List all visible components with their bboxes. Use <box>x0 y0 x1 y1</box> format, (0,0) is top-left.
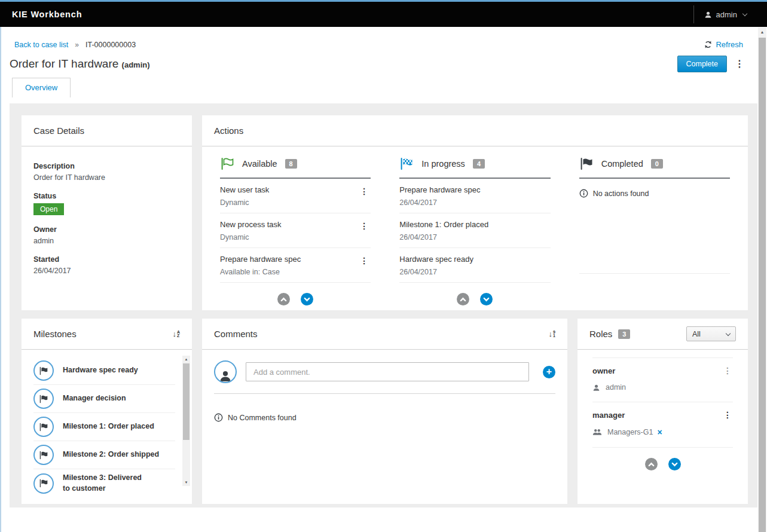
action-item: Hardware spec ready 26/04/2017 <box>399 248 550 283</box>
scrollbar-thumb[interactable] <box>183 363 190 440</box>
overview-content: Case Details Description Order for IT ha… <box>10 103 757 507</box>
roles-title: Roles <box>589 329 612 339</box>
app-logo: KIE Workbench <box>12 10 82 19</box>
page-up-button[interactable] <box>645 458 658 470</box>
roles-filter-value: All <box>692 330 701 338</box>
milestone-flag-icon <box>33 445 54 465</box>
milestone-item: Hardware spec ready <box>33 357 175 385</box>
milestone-flag-icon <box>33 417 54 437</box>
description-label: Description <box>33 162 180 170</box>
navbar: KIE Workbench admin <box>0 2 767 27</box>
available-label: Available <box>242 159 277 169</box>
case-details-panel: Case Details Description Order for IT ha… <box>22 115 192 310</box>
milestone-item: Milestone 1: Order placed <box>33 413 175 441</box>
group-icon <box>592 429 602 436</box>
chevron-down-icon <box>726 331 731 335</box>
comments-panel: Comments ↓ 91 + No Comments found <box>202 319 567 504</box>
breadcrumb-current-case: IT-0000000003 <box>85 41 136 49</box>
role-kebab-icon[interactable]: ⋮ <box>723 366 732 375</box>
action-item: New user task Dynamic ⋮ <box>220 179 371 213</box>
breadcrumb-row: Back to case list » IT-0000000003 Refres… <box>0 27 767 49</box>
page-down-button[interactable] <box>480 293 493 305</box>
action-kebab-icon[interactable]: ⋮ <box>357 255 371 267</box>
role-kebab-icon[interactable]: ⋮ <box>723 410 732 420</box>
actions-title: Actions <box>214 126 243 136</box>
page-up-button[interactable] <box>277 293 290 305</box>
breadcrumb-separator-icon: » <box>75 41 79 49</box>
comment-input[interactable] <box>246 362 529 381</box>
sort-numeric-icon[interactable]: ↓ 91 <box>549 329 555 338</box>
started-label: Started <box>33 255 180 264</box>
roles-filter-select[interactable]: All <box>686 326 736 341</box>
role-assignee: admin <box>606 383 626 392</box>
actions-panel: Actions Available 8 New user task Dynami… <box>202 115 748 310</box>
user-icon <box>704 11 712 19</box>
in-progress-label: In progress <box>421 159 465 169</box>
tab-overview[interactable]: Overview <box>12 78 71 97</box>
scrollbar-thumb[interactable] <box>759 38 766 532</box>
action-item: Milestone 1: Order placed 26/04/2017 <box>399 213 550 248</box>
action-kebab-icon[interactable]: ⋮ <box>357 185 371 197</box>
user-icon <box>592 384 600 392</box>
chevron-down-icon <box>742 11 747 16</box>
in-progress-column: In progress 4 Prepare hardware spec 26/0… <box>399 157 550 305</box>
flag-solid-icon <box>579 157 594 170</box>
milestone-item: Milestone 3: Delivered to customer <box>33 469 175 497</box>
milestone-item: Manager decision <box>33 385 175 413</box>
action-item: Prepare hardware spec 26/04/2017 <box>399 179 550 213</box>
status-label: Status <box>33 192 180 200</box>
user-silhouette-icon <box>219 369 232 382</box>
case-actions-kebab-icon[interactable]: ⋮ <box>735 59 744 69</box>
page-down-button[interactable] <box>668 458 681 470</box>
roles-count-badge: 3 <box>618 329 630 339</box>
milestone-flag-icon <box>33 360 54 381</box>
action-item: New process task Dynamic ⋮ <box>220 213 371 248</box>
in-progress-count-badge: 4 <box>473 159 485 169</box>
user-menu[interactable]: admin <box>693 5 747 23</box>
milestones-panel: Milestones ↓ AZ Hardware spec ready Mana… <box>22 319 192 504</box>
case-details-title: Case Details <box>33 126 84 136</box>
no-actions-message: No actions found <box>593 189 649 198</box>
refresh-button[interactable]: Refresh <box>704 40 743 49</box>
page-up-button[interactable] <box>457 293 469 305</box>
completed-count-badge: 0 <box>651 159 663 169</box>
available-column: Available 8 New user task Dynamic ⋮ New … <box>220 157 371 305</box>
tab-bar: Overview <box>12 78 767 97</box>
completed-empty-area <box>579 207 730 274</box>
available-count-badge: 8 <box>285 159 297 169</box>
divider <box>592 447 733 448</box>
page-down-button[interactable] <box>301 293 313 305</box>
back-to-case-list-link[interactable]: Back to case list <box>14 41 68 49</box>
info-icon <box>579 189 588 198</box>
user-name: admin <box>716 10 737 19</box>
title-row: Order for IT hardware (admin) Complete ⋮ <box>0 49 767 72</box>
role-name: manager <box>592 411 733 420</box>
scrollbar-up-arrow[interactable]: ▲ <box>182 356 190 363</box>
owner-label: Owner <box>33 225 180 234</box>
roles-panel: Roles 3 All owner ⋮ admin manager ⋮ <box>577 319 748 504</box>
milestone-flag-icon <box>33 389 54 409</box>
case-owner-suffix: (admin) <box>122 60 150 69</box>
action-kebab-icon[interactable]: ⋮ <box>357 220 371 232</box>
flag-checkered-icon <box>399 157 414 170</box>
status-badge: Open <box>33 203 64 215</box>
started-value: 26/04/2017 <box>33 267 180 275</box>
completed-column: Completed 0 No actions found <box>579 157 730 305</box>
completed-label: Completed <box>601 159 643 169</box>
role-assignee: Managers-G1 <box>607 428 653 436</box>
scrollbar-down-arrow[interactable]: ▼ <box>182 479 190 486</box>
avatar <box>214 360 237 383</box>
sort-alpha-icon[interactable]: ↓ AZ <box>172 329 180 338</box>
page-scrollbar[interactable]: ▲ <box>758 27 766 532</box>
milestones-scrollbar[interactable]: ▲ ▼ <box>182 356 190 486</box>
complete-button[interactable]: Complete <box>677 56 728 72</box>
role-name: owner <box>592 366 733 375</box>
action-item: Prepare hardware spec Available in: Case… <box>220 248 371 283</box>
add-comment-button[interactable]: + <box>543 366 555 378</box>
remove-assignee-icon[interactable]: × <box>657 427 662 437</box>
page-title: Order for IT hardware (admin) <box>10 57 150 71</box>
scrollbar-up-arrow[interactable]: ▲ <box>758 27 766 36</box>
flag-outline-icon <box>220 157 234 170</box>
no-comments-message: No Comments found <box>228 414 297 422</box>
milestone-item: Milestone 2: Order shipped <box>33 441 175 469</box>
